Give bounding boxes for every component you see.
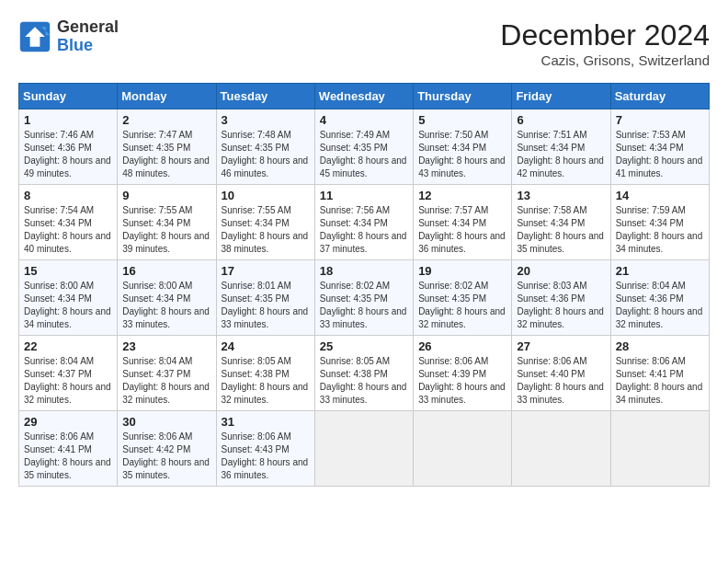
day-info: Sunrise: 8:04 AMSunset: 4:37 PMDaylight:… <box>24 355 112 407</box>
day-cell: 6Sunrise: 7:51 AMSunset: 4:34 PMDaylight… <box>512 109 610 185</box>
day-cell: 18Sunrise: 8:02 AMSunset: 4:35 PMDayligh… <box>314 260 413 336</box>
day-cell: 26Sunrise: 8:06 AMSunset: 4:39 PMDayligh… <box>414 336 512 411</box>
day-number: 9 <box>122 189 210 202</box>
col-friday: Friday <box>512 84 610 109</box>
day-number: 1 <box>24 113 112 127</box>
day-number: 15 <box>24 264 112 278</box>
day-cell: 4Sunrise: 7:49 AMSunset: 4:35 PMDaylight… <box>314 109 413 185</box>
day-number: 16 <box>122 264 210 278</box>
day-cell: 19Sunrise: 8:02 AMSunset: 4:35 PMDayligh… <box>414 260 512 336</box>
col-tuesday: Tuesday <box>216 84 314 109</box>
day-cell <box>314 411 413 487</box>
day-number: 17 <box>222 264 310 278</box>
day-info: Sunrise: 7:49 AMSunset: 4:35 PMDaylight:… <box>320 129 408 180</box>
day-number: 14 <box>616 189 704 202</box>
day-info: Sunrise: 7:57 AMSunset: 4:34 PMDaylight:… <box>418 204 506 256</box>
day-info: Sunrise: 7:55 AMSunset: 4:34 PMDaylight:… <box>222 204 310 256</box>
day-number: 24 <box>222 339 310 353</box>
day-info: Sunrise: 8:05 AMSunset: 4:38 PMDaylight:… <box>222 355 310 407</box>
day-cell: 29Sunrise: 8:06 AMSunset: 4:41 PMDayligh… <box>19 411 118 487</box>
day-info: Sunrise: 7:55 AMSunset: 4:34 PMDaylight:… <box>122 204 210 256</box>
day-number: 25 <box>320 339 408 353</box>
day-cell: 23Sunrise: 8:04 AMSunset: 4:37 PMDayligh… <box>118 336 216 411</box>
day-cell: 24Sunrise: 8:05 AMSunset: 4:38 PMDayligh… <box>216 336 314 411</box>
day-number: 5 <box>418 113 506 127</box>
day-info: Sunrise: 7:51 AMSunset: 4:34 PMDaylight:… <box>517 129 605 180</box>
day-cell: 27Sunrise: 8:06 AMSunset: 4:40 PMDayligh… <box>512 336 610 411</box>
day-cell: 14Sunrise: 7:59 AMSunset: 4:34 PMDayligh… <box>610 185 709 260</box>
day-number: 6 <box>517 113 605 127</box>
day-info: Sunrise: 7:50 AMSunset: 4:34 PMDaylight:… <box>418 129 506 180</box>
day-number: 29 <box>24 415 112 429</box>
day-number: 8 <box>24 189 112 202</box>
day-number: 20 <box>517 264 605 278</box>
day-info: Sunrise: 8:04 AMSunset: 4:37 PMDaylight:… <box>122 355 210 407</box>
day-number: 30 <box>122 415 210 429</box>
day-info: Sunrise: 7:47 AMSunset: 4:35 PMDaylight:… <box>122 129 210 180</box>
day-number: 31 <box>222 415 310 429</box>
day-number: 4 <box>320 113 408 127</box>
day-cell: 5Sunrise: 7:50 AMSunset: 4:34 PMDaylight… <box>414 109 512 185</box>
day-info: Sunrise: 7:54 AMSunset: 4:34 PMDaylight:… <box>24 204 112 256</box>
day-info: Sunrise: 8:06 AMSunset: 4:43 PMDaylight:… <box>222 431 310 482</box>
day-cell: 12Sunrise: 7:57 AMSunset: 4:34 PMDayligh… <box>414 185 512 260</box>
calendar-table: Sunday Monday Tuesday Wednesday Thursday… <box>18 83 710 487</box>
day-info: Sunrise: 7:56 AMSunset: 4:34 PMDaylight:… <box>320 204 408 256</box>
day-number: 21 <box>616 264 704 278</box>
day-cell: 16Sunrise: 8:00 AMSunset: 4:34 PMDayligh… <box>118 260 216 336</box>
day-number: 22 <box>24 339 112 353</box>
calendar-body: 1Sunrise: 7:46 AMSunset: 4:36 PMDaylight… <box>19 109 710 487</box>
day-info: Sunrise: 8:04 AMSunset: 4:36 PMDaylight:… <box>616 280 704 331</box>
day-number: 19 <box>418 264 506 278</box>
day-info: Sunrise: 8:06 AMSunset: 4:39 PMDaylight:… <box>418 355 506 407</box>
day-cell: 31Sunrise: 8:06 AMSunset: 4:43 PMDayligh… <box>216 411 314 487</box>
day-cell: 11Sunrise: 7:56 AMSunset: 4:34 PMDayligh… <box>314 185 413 260</box>
day-number: 18 <box>320 264 408 278</box>
day-info: Sunrise: 7:53 AMSunset: 4:34 PMDaylight:… <box>616 129 704 180</box>
day-number: 7 <box>616 113 704 127</box>
day-cell: 9Sunrise: 7:55 AMSunset: 4:34 PMDaylight… <box>118 185 216 260</box>
day-number: 2 <box>122 113 210 127</box>
day-number: 13 <box>517 189 605 202</box>
day-number: 3 <box>222 113 310 127</box>
day-cell: 21Sunrise: 8:04 AMSunset: 4:36 PMDayligh… <box>610 260 709 336</box>
day-info: Sunrise: 7:48 AMSunset: 4:35 PMDaylight:… <box>222 129 310 180</box>
day-cell: 10Sunrise: 7:55 AMSunset: 4:34 PMDayligh… <box>216 185 314 260</box>
day-info: Sunrise: 8:06 AMSunset: 4:42 PMDaylight:… <box>122 431 210 482</box>
week-row-5: 29Sunrise: 8:06 AMSunset: 4:41 PMDayligh… <box>19 411 710 487</box>
week-row-3: 15Sunrise: 8:00 AMSunset: 4:34 PMDayligh… <box>19 260 710 336</box>
day-number: 27 <box>517 339 605 353</box>
header: General Blue December 2024 Cazis, Grison… <box>18 18 710 68</box>
day-number: 26 <box>418 339 506 353</box>
day-cell: 17Sunrise: 8:01 AMSunset: 4:35 PMDayligh… <box>216 260 314 336</box>
day-cell: 28Sunrise: 8:06 AMSunset: 4:41 PMDayligh… <box>610 336 709 411</box>
week-row-2: 8Sunrise: 7:54 AMSunset: 4:34 PMDaylight… <box>19 185 710 260</box>
day-number: 28 <box>616 339 704 353</box>
day-info: Sunrise: 8:02 AMSunset: 4:35 PMDaylight:… <box>418 280 506 331</box>
day-info: Sunrise: 7:58 AMSunset: 4:34 PMDaylight:… <box>517 204 605 256</box>
day-cell: 13Sunrise: 7:58 AMSunset: 4:34 PMDayligh… <box>512 185 610 260</box>
day-info: Sunrise: 7:59 AMSunset: 4:34 PMDaylight:… <box>616 204 704 256</box>
day-cell: 8Sunrise: 7:54 AMSunset: 4:34 PMDaylight… <box>19 185 118 260</box>
day-cell: 3Sunrise: 7:48 AMSunset: 4:35 PMDaylight… <box>216 109 314 185</box>
day-info: Sunrise: 8:06 AMSunset: 4:41 PMDaylight:… <box>616 355 704 407</box>
week-row-4: 22Sunrise: 8:04 AMSunset: 4:37 PMDayligh… <box>19 336 710 411</box>
day-info: Sunrise: 8:00 AMSunset: 4:34 PMDaylight:… <box>24 280 112 331</box>
day-info: Sunrise: 8:01 AMSunset: 4:35 PMDaylight:… <box>222 280 310 331</box>
col-wednesday: Wednesday <box>314 84 413 109</box>
col-monday: Monday <box>118 84 216 109</box>
day-info: Sunrise: 8:02 AMSunset: 4:35 PMDaylight:… <box>320 280 408 331</box>
header-row: Sunday Monday Tuesday Wednesday Thursday… <box>19 84 710 109</box>
day-cell <box>414 411 512 487</box>
day-info: Sunrise: 8:03 AMSunset: 4:36 PMDaylight:… <box>517 280 605 331</box>
month-title: December 2024 <box>500 18 710 52</box>
day-cell: 2Sunrise: 7:47 AMSunset: 4:35 PMDaylight… <box>118 109 216 185</box>
location-subtitle: Cazis, Grisons, Switzerland <box>500 52 710 68</box>
day-number: 10 <box>222 189 310 202</box>
day-info: Sunrise: 8:06 AMSunset: 4:41 PMDaylight:… <box>24 431 112 482</box>
day-cell <box>610 411 709 487</box>
day-cell <box>512 411 610 487</box>
day-info: Sunrise: 8:00 AMSunset: 4:34 PMDaylight:… <box>122 280 210 331</box>
day-cell: 30Sunrise: 8:06 AMSunset: 4:42 PMDayligh… <box>118 411 216 487</box>
day-info: Sunrise: 8:05 AMSunset: 4:38 PMDaylight:… <box>320 355 408 407</box>
